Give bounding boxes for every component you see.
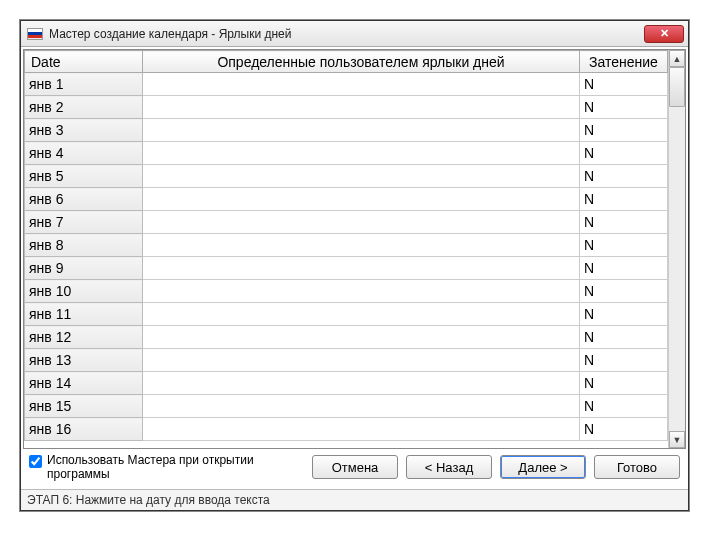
table-row[interactable]: янв 12N <box>25 326 668 349</box>
table-row[interactable]: янв 13N <box>25 349 668 372</box>
close-icon: ✕ <box>660 27 669 40</box>
label-cell[interactable] <box>143 188 580 211</box>
label-cell[interactable] <box>143 257 580 280</box>
shade-cell[interactable]: N <box>580 211 668 234</box>
content-area: Date Определенные пользователем ярлыки д… <box>21 47 688 489</box>
table-row[interactable]: янв 8N <box>25 234 668 257</box>
date-cell[interactable]: янв 5 <box>25 165 143 188</box>
shade-cell[interactable]: N <box>580 372 668 395</box>
scroll-up-button[interactable]: ▲ <box>669 50 685 67</box>
label-cell[interactable] <box>143 73 580 96</box>
titlebar: Мастер создание календаря - Ярлыки дней … <box>21 21 688 47</box>
shade-cell[interactable]: N <box>580 418 668 441</box>
date-cell[interactable]: янв 16 <box>25 418 143 441</box>
table-row[interactable]: янв 14N <box>25 372 668 395</box>
shade-cell[interactable]: N <box>580 349 668 372</box>
shade-cell[interactable]: N <box>580 257 668 280</box>
label-cell[interactable] <box>143 372 580 395</box>
label-cell[interactable] <box>143 119 580 142</box>
table-row[interactable]: янв 16N <box>25 418 668 441</box>
shade-cell[interactable]: N <box>580 326 668 349</box>
table-row[interactable]: янв 3N <box>25 119 668 142</box>
label-cell[interactable] <box>143 326 580 349</box>
table-row[interactable]: янв 10N <box>25 280 668 303</box>
date-cell[interactable]: янв 12 <box>25 326 143 349</box>
date-cell[interactable]: янв 13 <box>25 349 143 372</box>
shade-cell[interactable]: N <box>580 188 668 211</box>
wizard-window: Мастер создание календаря - Ярлыки дней … <box>20 20 689 511</box>
table-container: Date Определенные пользователем ярлыки д… <box>23 49 686 449</box>
russia-flag-icon <box>27 28 43 40</box>
date-cell[interactable]: янв 15 <box>25 395 143 418</box>
date-cell[interactable]: янв 1 <box>25 73 143 96</box>
status-bar: ЭТАП 6: Нажмите на дату для ввода текста <box>21 489 688 510</box>
label-cell[interactable] <box>143 280 580 303</box>
label-cell[interactable] <box>143 395 580 418</box>
table-row[interactable]: янв 4N <box>25 142 668 165</box>
day-labels-table: Date Определенные пользователем ярлыки д… <box>24 50 668 441</box>
table-row[interactable]: янв 9N <box>25 257 668 280</box>
col-header-date[interactable]: Date <box>25 51 143 73</box>
footer-row: Использовать Мастера при открытии програ… <box>23 449 686 487</box>
date-cell[interactable]: янв 6 <box>25 188 143 211</box>
back-button[interactable]: < Назад <box>406 455 492 479</box>
shade-cell[interactable]: N <box>580 165 668 188</box>
label-cell[interactable] <box>143 142 580 165</box>
date-cell[interactable]: янв 10 <box>25 280 143 303</box>
shade-cell[interactable]: N <box>580 234 668 257</box>
table-row[interactable]: янв 15N <box>25 395 668 418</box>
vertical-scrollbar[interactable]: ▲ ▼ <box>668 50 685 448</box>
scroll-thumb[interactable] <box>669 67 685 107</box>
table-row[interactable]: янв 1N <box>25 73 668 96</box>
window-title: Мастер создание календаря - Ярлыки дней <box>49 27 644 41</box>
date-cell[interactable]: янв 4 <box>25 142 143 165</box>
shade-cell[interactable]: N <box>580 280 668 303</box>
shade-cell[interactable]: N <box>580 119 668 142</box>
label-cell[interactable] <box>143 211 580 234</box>
table-row[interactable]: янв 2N <box>25 96 668 119</box>
shade-cell[interactable]: N <box>580 303 668 326</box>
col-header-labels[interactable]: Определенные пользователем ярлыки дней <box>143 51 580 73</box>
shade-cell[interactable]: N <box>580 142 668 165</box>
wizard-buttons: Отмена < Назад Далее > Готово <box>265 455 680 479</box>
finish-button[interactable]: Готово <box>594 455 680 479</box>
shade-cell[interactable]: N <box>580 96 668 119</box>
label-cell[interactable] <box>143 96 580 119</box>
date-cell[interactable]: янв 11 <box>25 303 143 326</box>
close-button[interactable]: ✕ <box>644 25 684 43</box>
table-row[interactable]: янв 5N <box>25 165 668 188</box>
date-cell[interactable]: янв 2 <box>25 96 143 119</box>
shade-cell[interactable]: N <box>580 395 668 418</box>
use-wizard-checkbox[interactable] <box>29 455 42 468</box>
date-cell[interactable]: янв 7 <box>25 211 143 234</box>
date-cell[interactable]: янв 9 <box>25 257 143 280</box>
label-cell[interactable] <box>143 234 580 257</box>
use-wizard-label[interactable]: Использовать Мастера при открытии програ… <box>47 453 259 481</box>
use-wizard-checkbox-group: Использовать Мастера при открытии програ… <box>29 453 259 481</box>
scroll-down-button[interactable]: ▼ <box>669 431 685 448</box>
scroll-track[interactable] <box>669 67 685 431</box>
label-cell[interactable] <box>143 349 580 372</box>
cancel-button[interactable]: Отмена <box>312 455 398 479</box>
label-cell[interactable] <box>143 418 580 441</box>
table-row[interactable]: янв 11N <box>25 303 668 326</box>
col-header-shading[interactable]: Затенение <box>580 51 668 73</box>
date-cell[interactable]: янв 14 <box>25 372 143 395</box>
label-cell[interactable] <box>143 165 580 188</box>
next-button[interactable]: Далее > <box>500 455 586 479</box>
label-cell[interactable] <box>143 303 580 326</box>
shade-cell[interactable]: N <box>580 73 668 96</box>
table-row[interactable]: янв 6N <box>25 188 668 211</box>
date-cell[interactable]: янв 3 <box>25 119 143 142</box>
table-row[interactable]: янв 7N <box>25 211 668 234</box>
date-cell[interactable]: янв 8 <box>25 234 143 257</box>
